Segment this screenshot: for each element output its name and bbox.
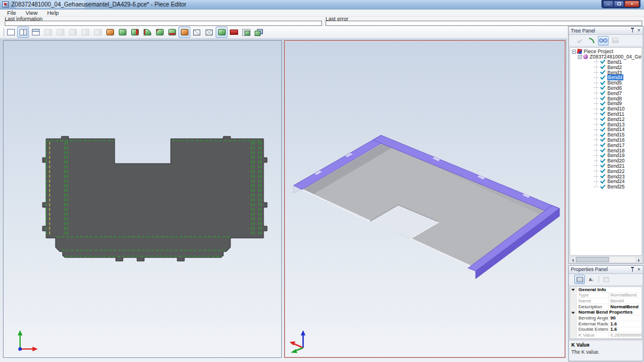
cube-green-base-icon — [168, 29, 176, 35]
property-label: External Radiu — [577, 321, 609, 327]
property-section-normal-bend-properties[interactable]: Normal Bend Properties — [570, 310, 642, 316]
property-value: Bend4 — [609, 298, 642, 304]
tool-show-bends-button[interactable] — [598, 36, 609, 45]
tree-node-bend24[interactable]: Bend24 — [570, 179, 642, 184]
minimize-button[interactable]: – — [603, 1, 613, 7]
cube-green-red-side-button[interactable] — [129, 27, 141, 38]
tree-node-bend12[interactable]: Bend12 — [570, 116, 642, 122]
tree-node-bend21[interactable]: Bend21 — [570, 164, 642, 169]
scroll-right-arrow-icon[interactable] — [636, 257, 642, 262]
property-pages-button[interactable] — [601, 275, 612, 284]
bend-arc-icon — [589, 38, 594, 43]
sort-alphabetical-button[interactable]: A↓ — [586, 275, 597, 284]
property-value: 90 — [609, 315, 642, 321]
tree-node-bend7[interactable]: Bend7 — [570, 90, 642, 96]
last-information-input[interactable] — [5, 21, 322, 26]
tree-node-bend23[interactable]: Bend23 — [570, 174, 642, 179]
tree-node-bend17[interactable]: Bend17 — [570, 142, 642, 148]
pin-icon[interactable] — [630, 28, 635, 33]
close-icon[interactable]: × — [637, 267, 641, 272]
menu-help[interactable]: Help — [43, 9, 64, 17]
three-d-viewport[interactable] — [284, 40, 565, 358]
property-row-name[interactable]: NameBend4 — [570, 298, 642, 304]
cube-green-red-edge-button[interactable] — [154, 27, 165, 38]
solid-green-view-button[interactable] — [116, 27, 128, 38]
three-d-axis-triad — [288, 328, 317, 354]
layout-2-icon — [19, 29, 27, 35]
framed-cube-button[interactable] — [240, 27, 252, 38]
view-layout-5-button[interactable] — [54, 27, 66, 38]
view-layout-7-button[interactable] — [79, 27, 91, 38]
wireframe-cube-button[interactable] — [191, 27, 203, 38]
property-value: 0.26999999999999691 — [609, 332, 642, 338]
tree-node-bend20[interactable]: Bend20 — [570, 158, 642, 164]
tree-node-bend2[interactable]: Bend2 — [570, 64, 642, 70]
tool-section-button[interactable] — [610, 36, 620, 45]
sort-az-icon: A↓ — [589, 278, 594, 282]
restore-button[interactable] — [614, 1, 624, 7]
tree-node-bend9[interactable]: Bend9 — [570, 101, 642, 106]
cube-cross-button[interactable] — [203, 27, 215, 38]
cube-green-active-button[interactable] — [216, 27, 227, 38]
tree-node-bend8[interactable]: Bend8 — [570, 96, 642, 101]
scrollbar-track[interactable] — [576, 257, 636, 262]
close-button[interactable]: × — [625, 1, 639, 7]
view-single-pane-button[interactable] — [5, 27, 17, 38]
tree-node-part[interactable]: Z08372481000_04_Gehaeusema — [570, 54, 642, 60]
tree-node-bend18[interactable]: Bend18 — [570, 148, 642, 153]
cube-orange-active-button[interactable] — [178, 27, 190, 38]
cube-green-red-base-button[interactable] — [166, 27, 178, 38]
view-two-pane-button[interactable] — [17, 27, 29, 38]
tree-node-bend3[interactable]: Bend3 — [570, 70, 642, 75]
property-row-bending-angle[interactable]: Bending Angle90 — [570, 315, 642, 321]
property-section-general-info[interactable]: General Info — [570, 287, 642, 293]
view-layout-8-button[interactable] — [92, 27, 103, 38]
tree-node-bend4[interactable]: Bend4 — [570, 75, 642, 80]
collapse-toggle-icon[interactable] — [572, 50, 576, 54]
close-icon[interactable]: × — [637, 28, 641, 33]
tool-bend-button[interactable] — [586, 36, 597, 45]
view-horizontal-pane-button[interactable] — [30, 27, 41, 38]
tool-check-button[interactable] — [574, 36, 585, 45]
tree-node-bend14[interactable]: Bend14 — [570, 127, 642, 132]
tree-node-bend16[interactable]: Bend16 — [570, 138, 642, 143]
tree-node-bend15[interactable]: Bend15 — [570, 132, 642, 138]
tree-node-bend1[interactable]: Bend1 — [570, 60, 642, 65]
cube-orange-icon — [106, 29, 114, 35]
menu-view[interactable]: View — [21, 9, 42, 17]
property-row-type[interactable]: TypeNormalBend — [570, 293, 642, 299]
property-row-description[interactable]: DescriptionNormalBend — [570, 304, 642, 310]
property-row-double-extens[interactable]: Double Extens1.6 — [570, 327, 642, 333]
solid-orange-view-button[interactable] — [104, 27, 116, 38]
view-layout-6-button[interactable] — [67, 27, 79, 38]
cube-pair-button[interactable] — [253, 27, 265, 38]
tree-connector — [594, 187, 599, 187]
property-row-k-value[interactable]: K Value0.26999999999999691 — [570, 332, 642, 338]
tree-node-bend19[interactable]: Bend19 — [570, 153, 642, 158]
scroll-left-arrow-icon[interactable] — [570, 257, 576, 262]
properties-panel: Properties Panel × A↓ General InfoTypeNo… — [568, 265, 643, 361]
tree-node-bend11[interactable]: Bend11 — [570, 112, 642, 117]
tree-node-bend22[interactable]: Bend22 — [570, 168, 642, 174]
collapse-toggle-icon[interactable] — [578, 55, 582, 59]
tree-node-bend6[interactable]: Bend6 — [570, 86, 642, 91]
section-expand-icon — [570, 310, 577, 315]
tree-node-bend25[interactable]: Bend25 — [570, 184, 642, 190]
tree-node-bend10[interactable]: Bend10 — [570, 106, 642, 112]
tree-node-bend13[interactable]: Bend13 — [570, 122, 642, 127]
menu-file[interactable]: File — [2, 9, 21, 17]
tree-panel-header[interactable]: Tree Panel × — [569, 27, 643, 35]
tree-node-bend5[interactable]: Bend5 — [570, 80, 642, 86]
property-row-external-radiu[interactable]: External Radiu1.6 — [570, 321, 642, 327]
categorized-button[interactable] — [574, 275, 585, 284]
red-swatch-button[interactable] — [228, 27, 240, 38]
flat-pattern-viewport[interactable] — [3, 40, 282, 358]
tree-horizontal-scrollbar[interactable] — [570, 256, 642, 263]
pin-icon[interactable] — [630, 267, 635, 272]
section-icon — [612, 38, 619, 43]
view-layout-4-button[interactable] — [42, 27, 54, 38]
scrollbar-thumb[interactable] — [576, 257, 609, 262]
last-error-input[interactable] — [326, 21, 642, 26]
bend-green-red-button[interactable] — [141, 27, 153, 38]
properties-panel-header[interactable]: Properties Panel × — [569, 266, 643, 274]
